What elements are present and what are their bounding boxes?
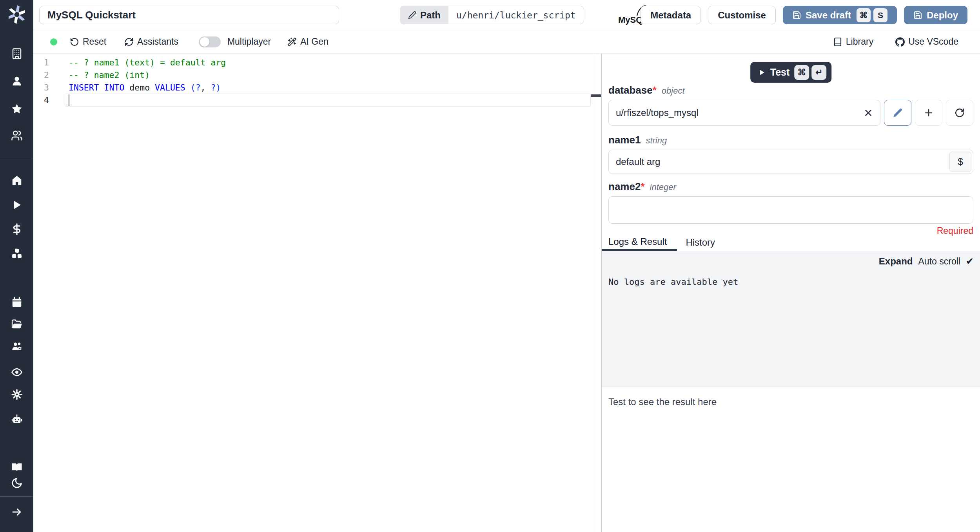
sidebar-divider: [0, 158, 33, 158]
database-input-wrap: [608, 100, 880, 126]
folder-open-icon[interactable]: [0, 318, 33, 330]
path-edit-button[interactable]: Path: [400, 6, 448, 24]
calendar-icon[interactable]: [0, 297, 33, 308]
code-editor[interactable]: 1 -- ? name1 (text) = default arg 2 -- ?…: [33, 54, 601, 532]
library-button[interactable]: Library: [833, 36, 873, 47]
moon-icon[interactable]: [0, 477, 33, 489]
code-keyword: INSERT INTO: [69, 83, 124, 92]
result-pane: Test to see the result here: [602, 387, 980, 532]
user-icon[interactable]: [0, 75, 33, 87]
name1-field-label: name1 string: [608, 134, 973, 146]
rotate-cw-icon: [955, 108, 965, 118]
s-key-badge: S: [873, 8, 887, 22]
line-number: 4: [33, 95, 49, 105]
save-icon: [913, 11, 922, 20]
field-type: string: [646, 136, 667, 146]
windmill-logo-icon[interactable]: [0, 4, 33, 25]
test-button[interactable]: Test ⌘ ↵: [750, 62, 832, 83]
line-number: 1: [33, 58, 49, 67]
refresh-resource-button[interactable]: [946, 100, 973, 126]
deploy-button[interactable]: Deploy: [904, 6, 967, 24]
code-keyword: VALUES: [155, 83, 185, 92]
github-icon: [895, 37, 905, 47]
use-vscode-label: Use VScode: [908, 36, 958, 47]
code-line: 2 -- ? name2 (int): [33, 69, 601, 81]
variable-picker-button[interactable]: $: [949, 152, 971, 172]
dollar-icon[interactable]: [0, 223, 33, 235]
ai-gen-button[interactable]: AI Gen: [287, 36, 328, 47]
logs-pane: Expand Auto scroll ✔ No logs are availab…: [602, 251, 980, 387]
field-name: database: [608, 84, 653, 96]
building-icon[interactable]: [0, 48, 33, 60]
customise-label: Customise: [718, 10, 766, 21]
database-field-label: database * object: [608, 84, 973, 96]
autoscroll-check-icon[interactable]: ✔: [966, 256, 974, 267]
robot-icon[interactable]: [0, 413, 33, 425]
logs-empty-message: No logs are available yet: [608, 277, 738, 287]
script-title-input[interactable]: [39, 6, 339, 24]
args-form: Test ⌘ ↵ database * object: [602, 54, 980, 234]
code-comment: -- ? name2 (int): [69, 70, 150, 80]
code-bracket: (?: [191, 83, 201, 92]
tab-history[interactable]: History: [677, 234, 724, 251]
metadata-button[interactable]: Metadata: [641, 6, 701, 24]
customise-button[interactable]: Customise: [708, 6, 776, 24]
text-cursor: [69, 94, 69, 106]
enter-key-badge: ↵: [811, 65, 826, 80]
field-type: integer: [650, 182, 676, 192]
logs-controls: Expand Auto scroll ✔: [879, 256, 974, 267]
clear-icon[interactable]: [862, 107, 874, 119]
name2-input[interactable]: [608, 196, 973, 224]
autoscroll-label: Auto scroll: [918, 256, 960, 267]
arrow-right-icon[interactable]: [0, 506, 33, 518]
path-label: Path: [420, 10, 441, 21]
topbar-actions: Metadata Customise Save draft ⌘ S Deploy: [641, 6, 967, 24]
use-vscode-button[interactable]: Use VScode: [895, 36, 958, 47]
name1-input-wrap: $: [608, 150, 973, 174]
reset-button[interactable]: Reset: [70, 36, 106, 47]
field-type: object: [662, 86, 685, 96]
tab-logs-result[interactable]: Logs & Result: [602, 234, 677, 251]
topbar: Path u/henri/luckier_script MySQL Metada…: [33, 0, 980, 30]
users-icon[interactable]: [0, 130, 33, 141]
edit-resource-button[interactable]: [884, 100, 911, 126]
code-bracket: ?): [206, 83, 221, 92]
field-name: name2: [608, 181, 641, 193]
assistants-label: Assistants: [137, 36, 178, 47]
app-sidebar: [0, 0, 33, 532]
expand-button[interactable]: Expand: [879, 256, 913, 267]
gear-icon[interactable]: [0, 389, 33, 400]
book-icon: [833, 37, 842, 47]
database-input[interactable]: [608, 100, 880, 126]
content: 1 -- ? name1 (text) = default arg 2 -- ?…: [33, 54, 980, 532]
test-label: Test: [770, 67, 790, 78]
current-line-highlight: [65, 94, 591, 107]
cmd-key-badge: ⌘: [857, 8, 871, 22]
required-asterisk: *: [641, 181, 644, 193]
eye-icon[interactable]: [0, 366, 33, 378]
reset-label: Reset: [83, 36, 106, 47]
field-name: name1: [608, 134, 641, 146]
boxes-icon[interactable]: [0, 248, 33, 260]
play-icon[interactable]: [0, 199, 33, 211]
wand-sparkles-icon: [287, 37, 297, 47]
name1-input[interactable]: [609, 156, 949, 167]
book-open-icon[interactable]: [0, 461, 33, 473]
code-comment: -- ? name1 (text) = default arg: [69, 58, 226, 67]
user-group-gear-icon[interactable]: [0, 341, 33, 353]
line-number: 2: [33, 70, 49, 80]
pencil-icon: [408, 11, 416, 19]
database-field-row: [608, 100, 973, 126]
home-icon[interactable]: [0, 174, 33, 186]
code-text: ,: [201, 83, 206, 92]
metadata-label: Metadata: [650, 10, 691, 21]
result-tabs: Logs & Result History: [602, 234, 980, 251]
add-resource-button[interactable]: [915, 100, 942, 126]
path-value[interactable]: u/henri/luckier_script: [448, 6, 584, 24]
required-asterisk: *: [653, 84, 657, 96]
star-icon[interactable]: [0, 103, 33, 115]
multiplayer-toggle[interactable]: [199, 36, 221, 47]
save-draft-button[interactable]: Save draft ⌘ S: [783, 6, 897, 24]
play-icon: [758, 69, 766, 76]
assistants-button[interactable]: Assistants: [124, 36, 178, 47]
